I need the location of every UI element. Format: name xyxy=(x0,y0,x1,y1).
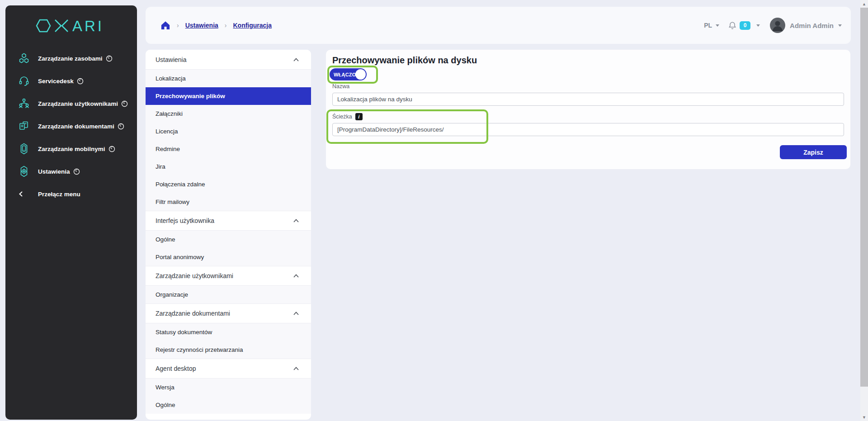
user-area: PL 0 Admin Admin xyxy=(704,18,842,33)
scroll-down-arrow[interactable]: ▼ xyxy=(860,413,868,421)
nav-group-agent-desktop: Agent desktop Wersja Ogólne xyxy=(146,359,311,414)
sidebar-item-mobile[interactable]: Zarządzanie mobilnymi xyxy=(5,137,137,160)
nav-item-ogolne-agent[interactable]: Ogólne xyxy=(146,396,311,414)
chevron-down-icon xyxy=(838,24,842,27)
gauge-icon xyxy=(121,100,128,107)
chevron-up-icon xyxy=(293,311,299,316)
sidebar-menu: Zarządzanie zasobami Servicedesk xyxy=(5,47,137,205)
nav-group-header-zarzadzanie-dokumentami[interactable]: Zarządzanie dokumentami xyxy=(146,303,311,323)
notifications-dropdown[interactable]: 0 xyxy=(728,21,760,30)
home-icon[interactable] xyxy=(160,21,170,30)
chevron-up-icon xyxy=(293,366,299,371)
breadcrumb-link-ustawienia[interactable]: Ustawienia xyxy=(185,22,218,29)
field-label-text: Nazwa xyxy=(332,83,349,90)
toggle-knob xyxy=(355,69,366,80)
headset-icon xyxy=(18,75,32,87)
page-title: Przechowywanie plików na dysku xyxy=(332,55,477,66)
nav-item-filtr-mailowy[interactable]: Filtr mailowy xyxy=(146,193,311,211)
assets-hexagons-icon xyxy=(18,52,32,64)
nav-group-label: Zarządzanie użytkownikami xyxy=(156,272,233,279)
nav-item-zalaczniki[interactable]: Załączniki xyxy=(146,105,311,123)
sidebar-item-label: Servicedesk xyxy=(38,78,74,85)
nav-item-wersja[interactable]: Wersja xyxy=(146,378,311,396)
logo: ARI xyxy=(5,5,137,44)
nav-item-label: Lokalizacja xyxy=(156,75,186,82)
sidebar-item-label: Zarządzanie zasobami xyxy=(38,55,103,62)
gauge-icon xyxy=(73,168,80,175)
nav-item-label: Ogólne xyxy=(156,402,175,408)
nav-item-label: Ogólne xyxy=(156,236,175,243)
field-label-text: Ścieżka xyxy=(332,114,352,120)
sidebar: ARI Zarządzanie zasobami xyxy=(5,5,137,420)
breadcrumb-link-konfiguracja[interactable]: Konfiguracja xyxy=(233,22,272,29)
nav-item-label: Załączniki xyxy=(156,110,183,117)
nav-group-ustawienia: Ustawienia Lokalizacja Przechowywanie pl… xyxy=(146,50,311,211)
nav-item-label: Statusy dokumentów xyxy=(156,329,212,336)
nav-group-label: Zarządzanie dokumentami xyxy=(156,310,230,317)
nav-group-label: Interfejs użytkownika xyxy=(156,217,214,224)
nav-item-portal-anonimowy[interactable]: Portal anonimowy xyxy=(146,248,311,266)
sidebar-item-label: Zarządzanie dokumentami xyxy=(38,123,114,130)
nav-item-label: Licencja xyxy=(156,128,178,135)
nav-group-header-agent-desktop[interactable]: Agent desktop xyxy=(146,359,311,378)
nav-group-interfejs: Interfejs użytkownika Ogólne Portal anon… xyxy=(146,211,311,266)
save-button[interactable]: Zapisz xyxy=(780,145,847,159)
nav-item-label: Redmine xyxy=(156,146,180,152)
nav-item-label: Wersja xyxy=(156,384,175,391)
scrollbar-thumb[interactable] xyxy=(860,8,868,387)
sidebar-item-users[interactable]: Zarządzanie użytkownikami xyxy=(5,92,137,115)
chevron-up-icon xyxy=(293,57,299,62)
nav-group-header-zarzadzanie-uzytkownikami[interactable]: Zarządzanie użytkownikami xyxy=(146,266,311,286)
sidebar-item-label: Ustawienia xyxy=(38,168,70,175)
oxari-logo-icon: ARI xyxy=(33,17,109,34)
nav-group-zarzadzanie-dokumentami: Zarządzanie dokumentami Statusy dokument… xyxy=(146,303,311,359)
top-header-bar: › Ustawienia › Konfiguracja PL 0 xyxy=(146,7,851,44)
nav-item-lokalizacja[interactable]: Lokalizacja xyxy=(146,70,311,87)
sidebar-item-documents[interactable]: Zarządzanie dokumentami xyxy=(5,115,137,137)
language-selector[interactable]: PL xyxy=(704,22,719,29)
sidebar-item-settings[interactable]: Ustawienia xyxy=(5,160,137,183)
nav-item-label: Przechowywanie plików xyxy=(156,93,225,99)
nav-item-jira[interactable]: Jira xyxy=(146,158,311,175)
nav-item-label: Portal anonimowy xyxy=(156,254,204,260)
nav-item-organizacje[interactable]: Organizacje xyxy=(146,286,311,303)
sidebar-item-label: Zarządzanie użytkownikami xyxy=(38,100,118,107)
nav-item-statusy-dokumentow[interactable]: Statusy dokumentów xyxy=(146,323,311,341)
sidebar-item-assets[interactable]: Zarządzanie zasobami xyxy=(5,47,137,70)
toggle-menu-button[interactable]: Przełącz menu xyxy=(5,183,137,205)
chevron-up-icon xyxy=(293,274,299,278)
name-field-label: Nazwa xyxy=(332,83,349,90)
name-input[interactable] xyxy=(332,93,844,106)
vertical-scrollbar[interactable]: ▲ ▼ xyxy=(860,0,868,421)
notification-count-badge: 0 xyxy=(740,21,750,30)
scroll-up-arrow[interactable]: ▲ xyxy=(860,0,868,8)
user-menu[interactable]: Admin Admin xyxy=(770,18,842,33)
svg-text:ARI: ARI xyxy=(72,18,104,34)
nav-item-polaczenia-zdalne[interactable]: Połączenia zdalne xyxy=(146,175,311,193)
nav-item-ogolne[interactable]: Ogólne xyxy=(146,231,311,248)
chevron-left-icon xyxy=(18,188,32,200)
nav-group-label: Agent desktop xyxy=(156,365,196,372)
breadcrumb: › Ustawienia › Konfiguracja xyxy=(160,21,272,30)
info-icon[interactable]: i xyxy=(355,113,363,120)
nav-item-label: Filtr mailowy xyxy=(156,199,189,205)
nav-item-label: Organizacje xyxy=(156,291,188,298)
breadcrumb-separator: › xyxy=(177,22,179,29)
enabled-toggle[interactable]: WŁĄCZONE xyxy=(330,68,367,80)
nav-item-przechowywanie-plikow[interactable]: Przechowywanie plików xyxy=(146,87,311,105)
breadcrumb-separator: › xyxy=(225,22,227,29)
nav-item-redmine[interactable]: Redmine xyxy=(146,140,311,158)
nav-group-zarzadzanie-uzytkownikami: Zarządzanie użytkownikami Organizacje xyxy=(146,266,311,303)
nav-group-header-ustawienia[interactable]: Ustawienia xyxy=(146,50,311,70)
toggle-menu-label: Przełącz menu xyxy=(38,191,80,198)
org-users-icon xyxy=(18,98,32,109)
nav-item-rejestr-czynnosci[interactable]: Rejestr czynności przetwarzania xyxy=(146,341,311,359)
nav-item-licencja[interactable]: Licencja xyxy=(146,123,311,140)
nav-group-header-interfejs[interactable]: Interfejs użytkownika xyxy=(146,211,311,231)
mobile-device-icon xyxy=(18,143,32,155)
path-input[interactable] xyxy=(332,123,844,136)
sidebar-item-servicedesk[interactable]: Servicedesk xyxy=(5,70,137,92)
avatar xyxy=(770,18,785,33)
documents-icon xyxy=(18,120,32,132)
gauge-icon xyxy=(108,146,115,152)
